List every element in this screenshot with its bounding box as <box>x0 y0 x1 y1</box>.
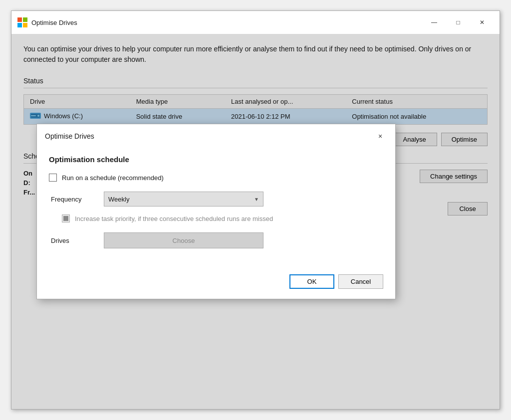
cancel-button[interactable]: Cancel <box>338 274 383 289</box>
frequency-label: Frequency <box>51 196 96 203</box>
title-bar-controls: — □ ✕ <box>423 15 494 30</box>
window-title: Optimise Drives <box>31 19 77 26</box>
choose-button[interactable]: Choose <box>104 232 263 248</box>
frequency-dropdown[interactable]: Weekly ▼ <box>104 192 263 207</box>
modal-overlay: Optimise Drives × Optimisation schedule … <box>11 34 500 409</box>
priority-checkmark <box>63 216 68 221</box>
svg-rect-3 <box>23 23 27 27</box>
dialog-section-title: Optimisation schedule <box>49 155 383 164</box>
maximize-button[interactable]: □ <box>447 15 470 30</box>
dialog-title: Optimise Drives <box>45 132 94 140</box>
title-bar-left: Optimise Drives <box>17 17 77 27</box>
dropdown-arrow-icon: ▼ <box>254 197 259 202</box>
title-bar: Optimise Drives — □ ✕ <box>11 11 500 34</box>
dialog-footer: OK Cancel <box>37 268 395 299</box>
frequency-value: Weekly <box>108 196 129 203</box>
minimize-button[interactable]: — <box>423 15 446 30</box>
priority-label: Increase task priority, if three consecu… <box>75 215 273 222</box>
dialog: Optimise Drives × Optimisation schedule … <box>36 124 396 299</box>
schedule-checkbox-label: Run on a schedule (recommended) <box>62 174 164 182</box>
drives-label: Drives <box>51 237 96 244</box>
app-icon <box>17 17 27 27</box>
dialog-close-button[interactable]: × <box>373 129 387 143</box>
schedule-checkbox-row[interactable]: Run on a schedule (recommended) <box>49 174 383 182</box>
svg-rect-1 <box>23 17 27 22</box>
svg-rect-0 <box>17 17 22 22</box>
ok-button[interactable]: OK <box>289 274 334 289</box>
window-close-button[interactable]: ✕ <box>471 15 494 30</box>
schedule-checkbox[interactable] <box>49 174 57 182</box>
dialog-body: Optimisation schedule Run on a schedule … <box>37 147 395 268</box>
drives-row: Drives Choose <box>49 232 383 248</box>
dialog-title-bar: Optimise Drives × <box>37 124 395 147</box>
svg-rect-2 <box>17 23 22 27</box>
main-content: You can optimise your drives to help you… <box>11 34 500 409</box>
priority-row: Increase task priority, if three consecu… <box>49 214 383 222</box>
main-window: Optimise Drives — □ ✕ You can optimise y… <box>11 10 500 410</box>
priority-checkbox <box>62 214 70 222</box>
frequency-row: Frequency Weekly ▼ <box>49 192 383 207</box>
